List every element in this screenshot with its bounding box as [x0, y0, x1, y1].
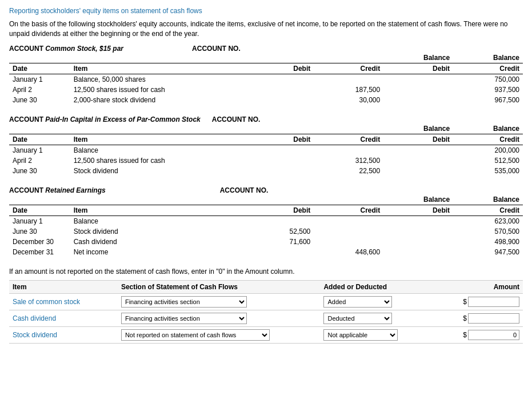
- amount-input-stock[interactable]: [468, 330, 519, 340]
- added-select-sale[interactable]: Added Deducted Not applicable: [323, 296, 392, 308]
- item-label-sale-common-stock: Sale of common stock: [9, 293, 118, 310]
- items-table: Item Section of Statement of Cash Flows …: [9, 280, 523, 344]
- col-header-bal-credit: Credit: [453, 134, 523, 145]
- section-cell-cash[interactable]: Financing activities section Operating a…: [118, 310, 321, 326]
- account-no-label-1: ACCOUNT NO.: [192, 45, 241, 53]
- added-select-cash[interactable]: Added Deducted Not applicable: [323, 313, 392, 324]
- added-cell-stock[interactable]: Added Deducted Not applicable: [320, 326, 436, 343]
- col-header-item: Item: [70, 205, 245, 216]
- col-header-item: Item: [70, 134, 245, 145]
- item-label-stock-dividend: Stock dividend: [9, 326, 118, 343]
- added-cell-sale[interactable]: Added Deducted Not applicable: [320, 293, 436, 310]
- amount-input-cash[interactable]: [468, 313, 519, 324]
- table-row: June 30 Stock dividend 22,500 535,000: [9, 166, 523, 176]
- col-header-bal-credit: Credit: [453, 63, 523, 74]
- col-header-date: Date: [9, 63, 70, 74]
- amount-cell-cash[interactable]: $: [436, 310, 523, 326]
- col-header-debit: Debit: [244, 63, 314, 74]
- table-row: December 30 Cash dividend 71,600 498,900: [9, 237, 523, 247]
- col-header-credit: Credit: [314, 63, 383, 74]
- dollar-sign-stock: $: [463, 331, 467, 339]
- col-header-bal-debit: Debit: [383, 205, 453, 216]
- items-row-sale-common-stock: Sale of common stock Financing activitie…: [9, 293, 523, 310]
- col-header-debit: Debit: [244, 134, 314, 145]
- account-label-3: ACCOUNT: [9, 186, 45, 194]
- items-row-stock-dividend: Stock dividend Financing activities sect…: [9, 326, 523, 343]
- col-header-bal-debit: Debit: [383, 63, 453, 74]
- account-label-2: ACCOUNT: [9, 115, 45, 123]
- col-header-credit: Credit: [314, 205, 383, 216]
- section-select-cash[interactable]: Financing activities section Operating a…: [121, 313, 247, 324]
- section-select-sale[interactable]: Financing activities section Operating a…: [121, 296, 247, 308]
- items-row-cash-dividend: Cash dividend Financing activities secti…: [9, 310, 523, 326]
- dollar-sign-sale: $: [463, 298, 467, 306]
- col-header-debit: Debit: [244, 205, 314, 216]
- dollar-sign-cash: $: [463, 314, 467, 322]
- account-name-2: Paid-In Capital in Excess of Par-Common …: [45, 115, 200, 123]
- table-row: April 2 12,500 shares issued for cash 18…: [9, 85, 523, 95]
- account-name-1: Common Stock, $15 par: [45, 45, 123, 53]
- section-cell-sale[interactable]: Financing activities section Operating a…: [118, 293, 321, 310]
- added-cell-cash[interactable]: Added Deducted Not applicable: [320, 310, 436, 326]
- page-title: Reporting stockholders' equity items on …: [9, 7, 523, 15]
- col-header-bal-debit: Debit: [383, 134, 453, 145]
- col-header-item: Item: [70, 63, 245, 74]
- section-cell-stock[interactable]: Financing activities section Operating a…: [118, 326, 321, 343]
- col-header-date: Date: [9, 134, 70, 145]
- table-row: April 2 12,500 shares issued for cash 31…: [9, 155, 523, 166]
- info-text: If an amount is not reported on the stat…: [9, 268, 523, 276]
- col-header-bal-credit: Credit: [453, 205, 523, 216]
- table-row: January 1 Balance, 50,000 shares 750,000: [9, 74, 523, 85]
- col-header-date: Date: [9, 205, 70, 216]
- items-col-added: Added or Deducted: [320, 280, 436, 293]
- account-name-3: Retained Earnings: [45, 186, 105, 194]
- account-label-1: ACCOUNT: [9, 45, 45, 53]
- account-common-stock: ACCOUNT Common Stock, $15 par ACCOUNT NO…: [9, 45, 523, 105]
- added-select-stock[interactable]: Added Deducted Not applicable: [323, 329, 398, 341]
- col-header-credit: Credit: [314, 134, 383, 145]
- items-col-section: Section of Statement of Cash Flows: [118, 280, 321, 293]
- account-retained-earnings: ACCOUNT Retained Earnings ACCOUNT NO. Ba…: [9, 186, 523, 257]
- intro-text: On the basis of the following stockholde…: [9, 19, 523, 39]
- table-row: December 31 Net income 448,600 947,500: [9, 247, 523, 257]
- items-col-amount: Amount: [436, 280, 523, 293]
- section-select-stock[interactable]: Financing activities section Operating a…: [121, 329, 270, 341]
- account-paid-in-capital: ACCOUNT Paid-In Capital in Excess of Par…: [9, 115, 523, 176]
- account-no-label-2: ACCOUNT NO.: [212, 115, 261, 123]
- item-label-cash-dividend: Cash dividend: [9, 310, 118, 326]
- amount-input-sale[interactable]: [468, 297, 519, 307]
- bottom-section: If an amount is not reported on the stat…: [9, 268, 523, 344]
- table-row: January 1 Balance 200,000: [9, 145, 523, 155]
- table-row: June 30 2,000-share stock dividend 30,00…: [9, 95, 523, 105]
- table-row: June 30 Stock dividend 52,500 570,500: [9, 226, 523, 237]
- amount-cell-stock[interactable]: $: [436, 326, 523, 343]
- table-row: January 1 Balance 623,000: [9, 216, 523, 226]
- items-col-item: Item: [9, 280, 118, 293]
- amount-cell-sale[interactable]: $: [436, 293, 523, 310]
- account-no-label-3: ACCOUNT NO.: [220, 186, 269, 194]
